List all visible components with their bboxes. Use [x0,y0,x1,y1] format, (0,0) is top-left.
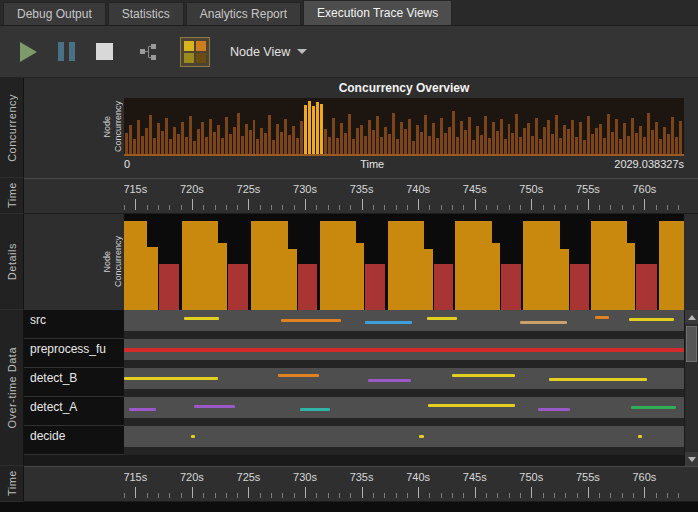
trace-segment[interactable] [549,378,646,381]
pause-button[interactable] [50,36,82,68]
trace-segment[interactable] [300,408,329,411]
row-label-decide[interactable]: decide [24,426,124,455]
histogram-bar [527,123,530,154]
concurrency-block[interactable] [320,221,356,310]
concurrency-block[interactable] [298,264,317,310]
concurrency-overview-chart[interactable] [124,98,684,156]
histogram-bar [340,123,343,154]
concurrency-block[interactable] [356,243,364,310]
tab-execution-trace-views[interactable]: Execution Trace Views [303,0,452,25]
trace-segment[interactable] [368,379,411,382]
hierarchy-icon [138,42,158,62]
row-track[interactable] [124,426,684,455]
table-row: detect_A [24,397,684,426]
concurrency-block[interactable] [124,221,147,310]
ruler-tick [599,493,600,498]
hierarchy-view-button[interactable] [132,36,164,68]
ruler-label: 720s [180,183,204,195]
concurrency-block[interactable] [182,221,218,310]
vertical-scrollbar[interactable] [684,310,698,466]
node-view-icon-button[interactable] [180,37,210,67]
ruler-tick [656,205,657,210]
histogram-bar [643,137,646,154]
row-track[interactable] [124,397,684,426]
trace-segment[interactable] [419,435,424,438]
concurrency-block[interactable] [659,221,684,310]
histogram-bar [551,134,554,154]
ruler-tick [610,205,611,210]
ruler-tick [169,493,170,498]
trace-segment[interactable] [595,316,610,319]
trace-segment[interactable] [452,374,515,377]
histogram-bar [300,121,303,154]
histogram-bar [452,111,455,154]
histogram-bar [332,118,335,154]
trace-segment[interactable] [124,377,218,380]
time-ruler-top[interactable]: 715s720s725s730s735s740s745s750s755s760s [124,179,684,213]
trace-segment[interactable] [631,406,676,409]
concurrency-block[interactable] [388,221,424,310]
trace-segment[interactable] [191,435,196,438]
trace-segment[interactable] [538,408,570,411]
node-view-dropdown[interactable]: Node View [224,41,313,63]
rail-section-overtime: Over-time Data [0,310,24,466]
concurrency-block[interactable] [424,249,433,310]
concurrency-block[interactable] [288,249,297,310]
row-label-src[interactable]: src [24,310,124,339]
concurrency-block[interactable] [523,221,559,310]
concurrency-block[interactable] [591,221,627,310]
concurrency-block[interactable] [636,264,656,310]
histogram-bar [424,115,427,154]
ruler-tick [316,493,317,498]
trace-segment[interactable] [278,374,319,377]
trace-segment[interactable] [194,405,235,408]
histogram-bar [225,117,228,154]
time-ruler-bottom[interactable]: 715s720s725s730s735s740s745s750s755s760s [124,467,684,501]
row-track[interactable] [124,310,684,339]
trace-segment[interactable] [520,321,568,324]
histogram-bar [237,113,240,154]
row-track[interactable] [124,368,684,397]
row-track[interactable] [124,339,684,368]
concurrency-block[interactable] [218,243,227,310]
concurrency-block[interactable] [434,264,453,310]
scrollbar-thumb[interactable] [686,326,697,362]
tab-statistics[interactable]: Statistics [108,2,184,25]
trace-segment[interactable] [428,404,515,407]
concurrency-block[interactable] [560,249,569,310]
row-label-detect_B[interactable]: detect_B [24,368,124,397]
histogram-bar [607,114,610,154]
ruler-label: 735s [350,183,374,195]
histogram-bar [655,122,658,154]
trace-segment[interactable] [638,435,643,438]
trace-segment[interactable] [281,319,341,322]
concurrency-block[interactable] [159,264,179,310]
trace-segment[interactable] [124,348,684,352]
details-concurrency-chart[interactable] [124,214,684,310]
concurrency-block[interactable] [147,247,158,310]
scroll-down-button[interactable] [685,452,698,466]
concurrency-block[interactable] [627,243,635,310]
concurrency-block[interactable] [570,264,589,310]
concurrency-block[interactable] [251,221,288,310]
stop-button[interactable] [88,36,120,68]
scroll-up-button[interactable] [685,310,698,324]
concurrency-block[interactable] [228,264,248,310]
concurrency-block[interactable] [492,243,500,310]
trace-segment[interactable] [129,408,156,411]
trace-segment[interactable] [184,317,219,320]
histogram-bar [488,138,491,154]
play-button[interactable] [12,36,44,68]
row-label-preprocess_fu[interactable]: preprocess_fu [24,339,124,368]
tab-analytics-report[interactable]: Analytics Report [186,2,301,25]
tab-debug-output[interactable]: Debug Output [3,2,106,25]
histogram-bar [260,128,263,154]
concurrency-block[interactable] [501,264,521,310]
trace-segment[interactable] [365,321,413,324]
trace-segment[interactable] [629,318,674,321]
ruler-tick [373,205,374,210]
row-label-detect_A[interactable]: detect_A [24,397,124,426]
concurrency-block[interactable] [365,264,385,310]
trace-segment[interactable] [427,317,456,320]
concurrency-block[interactable] [455,221,491,310]
